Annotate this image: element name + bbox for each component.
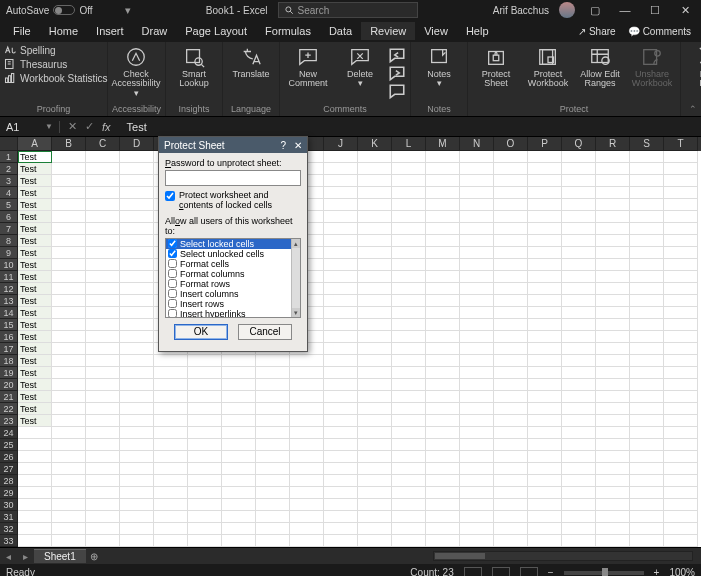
cell[interactable] [596,151,630,163]
cell[interactable] [426,235,460,247]
cell[interactable] [392,439,426,451]
cancel-button[interactable]: Cancel [238,324,292,340]
cell[interactable] [154,487,188,499]
row-header[interactable]: 15 [0,319,18,331]
fx-icon[interactable]: fx [102,121,111,133]
cell[interactable] [528,487,562,499]
cell[interactable] [460,403,494,415]
row-header[interactable]: 1 [0,151,18,163]
cell[interactable] [494,355,528,367]
cell[interactable] [86,271,120,283]
cell[interactable] [630,427,664,439]
cell[interactable] [86,451,120,463]
cell[interactable] [426,199,460,211]
cell[interactable] [494,283,528,295]
cell[interactable] [460,451,494,463]
cell[interactable] [494,307,528,319]
column-header[interactable]: C [86,137,120,151]
cell[interactable] [52,439,86,451]
cell[interactable] [120,259,154,271]
cell[interactable] [188,355,222,367]
cell[interactable] [528,523,562,535]
cell[interactable] [426,331,460,343]
cell[interactable] [324,295,358,307]
cell[interactable] [154,523,188,535]
cell[interactable] [358,319,392,331]
close-icon[interactable]: ✕ [675,4,695,17]
cell[interactable] [86,475,120,487]
protect-contents-checkbox[interactable]: Protect worksheet and contents of locked… [165,191,301,211]
cell[interactable] [52,391,86,403]
cell[interactable] [222,535,256,547]
cell[interactable] [630,199,664,211]
cell[interactable] [494,343,528,355]
cell[interactable] [290,415,324,427]
cell[interactable] [630,271,664,283]
cell[interactable] [120,511,154,523]
cell[interactable] [460,259,494,271]
cell[interactable] [358,523,392,535]
cell[interactable] [120,247,154,259]
cell[interactable] [562,247,596,259]
cell[interactable] [52,475,86,487]
cell[interactable] [256,463,290,475]
cell[interactable] [358,283,392,295]
cell[interactable] [494,403,528,415]
cell[interactable] [562,187,596,199]
cell[interactable] [120,475,154,487]
minimize-icon[interactable]: — [615,4,635,16]
qat-more-icon[interactable]: ▾ [125,4,131,17]
cell[interactable] [596,403,630,415]
thesaurus-button[interactable]: Thesaurus [4,58,108,70]
cell[interactable] [52,379,86,391]
cell[interactable] [460,295,494,307]
cell[interactable] [426,367,460,379]
cell[interactable] [256,511,290,523]
cell[interactable] [664,307,698,319]
cell[interactable] [664,211,698,223]
cell[interactable] [630,499,664,511]
cell[interactable] [290,535,324,547]
cell[interactable] [426,511,460,523]
cell[interactable] [460,319,494,331]
cell[interactable] [256,403,290,415]
normal-view-icon[interactable] [464,567,482,577]
tab-view[interactable]: View [415,22,457,40]
cell[interactable] [290,451,324,463]
cell[interactable] [664,451,698,463]
column-header[interactable]: M [426,137,460,151]
cell[interactable] [86,343,120,355]
cell[interactable] [460,499,494,511]
cell[interactable] [188,523,222,535]
cell[interactable] [52,247,86,259]
cell[interactable] [494,271,528,283]
cell[interactable] [630,295,664,307]
cell[interactable] [596,163,630,175]
cell[interactable] [18,439,52,451]
cell[interactable] [86,295,120,307]
cell[interactable] [460,391,494,403]
cell[interactable] [494,247,528,259]
cell[interactable] [52,523,86,535]
cell[interactable] [562,151,596,163]
tab-review[interactable]: Review [361,22,415,40]
cell[interactable] [494,523,528,535]
cell[interactable] [154,391,188,403]
cell[interactable] [358,295,392,307]
cell[interactable] [494,499,528,511]
cell[interactable] [324,199,358,211]
cell[interactable] [596,475,630,487]
cell[interactable] [664,283,698,295]
column-header[interactable]: P [528,137,562,151]
cell[interactable] [630,307,664,319]
cell[interactable] [18,427,52,439]
dialog-close-icon[interactable]: ✕ [294,140,302,151]
cell[interactable] [528,235,562,247]
cell[interactable] [596,439,630,451]
cell[interactable] [52,187,86,199]
cell[interactable] [596,175,630,187]
row-header[interactable]: 27 [0,463,18,475]
cell[interactable] [562,463,596,475]
cell[interactable]: Test [18,163,52,175]
cell[interactable] [426,427,460,439]
